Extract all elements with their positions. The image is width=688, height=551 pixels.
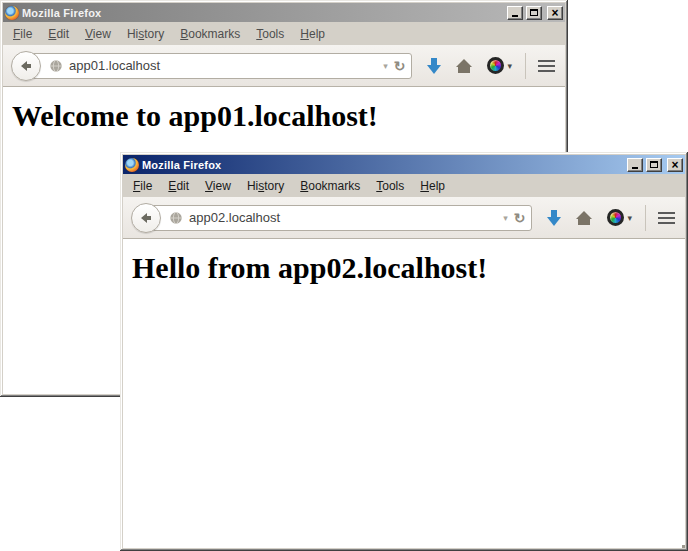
firefox-window-app02: Mozilla Firefox × File Edit View History…: [120, 152, 688, 551]
toolbar-separator: [645, 205, 646, 231]
menu-label: V: [205, 179, 213, 193]
download-arrow-icon: [427, 58, 441, 74]
menu-label: ile: [20, 27, 32, 41]
menu-tools[interactable]: Tools: [368, 177, 412, 195]
close-icon: ×: [671, 160, 678, 170]
menu-help[interactable]: Help: [412, 177, 453, 195]
url-text[interactable]: app02.localhost: [189, 210, 499, 225]
chevron-down-icon: ▾: [627, 213, 632, 223]
urlbar-dropdown-icon[interactable]: ▾: [379, 61, 394, 71]
close-button[interactable]: ×: [667, 158, 683, 172]
color-wheel-icon: [487, 57, 504, 74]
menu-edit[interactable]: Edit: [40, 25, 77, 43]
menu-view[interactable]: View: [197, 177, 239, 195]
menu-tools[interactable]: Tools: [248, 25, 292, 43]
home-button[interactable]: [456, 59, 472, 73]
menu-label: ookmarks: [308, 179, 360, 193]
url-text[interactable]: app01.localhost: [69, 58, 379, 73]
menu-label: elp: [429, 179, 445, 193]
firefox-logo-icon: [5, 6, 19, 20]
chevron-down-icon: ▾: [507, 61, 512, 71]
hamburger-icon: [538, 60, 555, 72]
minimize-button[interactable]: [507, 6, 523, 20]
menu-label: ools: [382, 179, 404, 193]
back-arrow-icon: [138, 210, 154, 226]
nav-toolbar: app01.localhost ▾ ↻ ▾: [3, 45, 565, 87]
maximize-button[interactable]: [526, 6, 542, 20]
home-icon: [456, 59, 472, 73]
url-bar[interactable]: app02.localhost ▾ ↻: [146, 205, 532, 231]
minimize-button[interactable]: [627, 158, 643, 172]
menu-label: elp: [309, 27, 325, 41]
window-title: Mozilla Firefox: [22, 7, 504, 19]
back-button[interactable]: [131, 203, 161, 233]
resize-grip[interactable]: [678, 541, 681, 544]
menu-history[interactable]: History: [119, 25, 172, 43]
download-arrow-icon: [547, 210, 561, 226]
menu-bar: File Edit View History Bookmarks Tools H…: [123, 174, 685, 197]
menu-label: tory: [144, 27, 164, 41]
menu-label: iew: [213, 179, 231, 193]
reload-icon[interactable]: ↻: [514, 211, 526, 225]
reload-icon[interactable]: ↻: [394, 59, 406, 73]
extension-button[interactable]: ▾: [607, 209, 632, 226]
menu-history[interactable]: History: [239, 177, 292, 195]
menu-label: ile: [140, 179, 152, 193]
menu-label: dit: [176, 179, 189, 193]
menu-label: Hi: [247, 179, 258, 193]
menu-button[interactable]: [538, 60, 555, 72]
page-heading: Welcome to app01.localhost!: [12, 99, 565, 133]
menu-label: ookmarks: [188, 27, 240, 41]
firefox-logo-icon: [125, 158, 139, 172]
page-content: Hello from app02.localhost!: [123, 239, 685, 548]
back-arrow-icon: [18, 58, 34, 74]
menu-help[interactable]: Help: [292, 25, 333, 43]
menu-label: Hi: [127, 27, 138, 41]
close-icon: ×: [551, 8, 558, 18]
home-button[interactable]: [576, 211, 592, 225]
urlbar-dropdown-icon[interactable]: ▾: [499, 213, 514, 223]
menu-label: V: [85, 27, 93, 41]
globe-icon: [169, 211, 183, 225]
menu-label: H: [300, 27, 309, 41]
maximize-icon: [650, 161, 658, 168]
maximize-icon: [530, 9, 538, 16]
close-button[interactable]: ×: [547, 6, 563, 20]
menu-bookmarks[interactable]: Bookmarks: [172, 25, 248, 43]
back-button[interactable]: [11, 51, 41, 81]
download-button[interactable]: [427, 58, 441, 74]
menu-file[interactable]: File: [125, 177, 160, 195]
menu-button[interactable]: [658, 212, 675, 224]
menu-bar: File Edit View History Bookmarks Tools H…: [3, 22, 565, 45]
home-icon: [576, 211, 592, 225]
title-bar[interactable]: Mozilla Firefox ×: [123, 155, 685, 174]
download-button[interactable]: [547, 210, 561, 226]
menu-label: iew: [93, 27, 111, 41]
menu-view[interactable]: View: [77, 25, 119, 43]
title-bar[interactable]: Mozilla Firefox ×: [3, 3, 565, 22]
menu-file[interactable]: File: [5, 25, 40, 43]
menu-edit[interactable]: Edit: [160, 177, 197, 195]
menu-bookmarks[interactable]: Bookmarks: [292, 177, 368, 195]
url-bar[interactable]: app01.localhost ▾ ↻: [26, 53, 412, 79]
maximize-button[interactable]: [646, 158, 662, 172]
page-heading: Hello from app02.localhost!: [132, 251, 685, 285]
hamburger-icon: [658, 212, 675, 224]
minimize-icon: [512, 15, 518, 17]
minimize-icon: [632, 167, 638, 169]
menu-label: dit: [56, 27, 69, 41]
toolbar-separator: [525, 53, 526, 79]
window-title: Mozilla Firefox: [142, 159, 624, 171]
nav-toolbar: app02.localhost ▾ ↻ ▾: [123, 197, 685, 239]
menu-label: tory: [264, 179, 284, 193]
globe-icon: [49, 59, 63, 73]
extension-button[interactable]: ▾: [487, 57, 512, 74]
menu-label: ools: [262, 27, 284, 41]
menu-label: H: [420, 179, 429, 193]
color-wheel-icon: [607, 209, 624, 226]
